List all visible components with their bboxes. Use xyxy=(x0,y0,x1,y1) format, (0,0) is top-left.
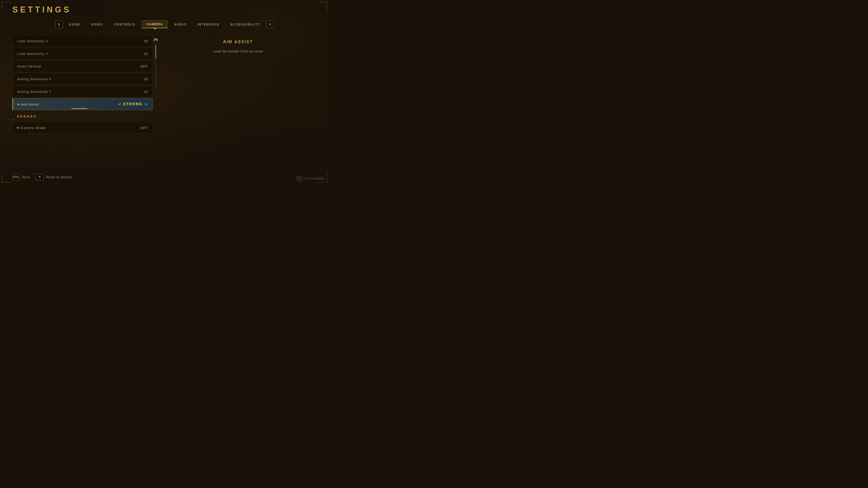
scroll-indicator: 🎮 xyxy=(153,37,158,90)
tab-audio[interactable]: AUDIO xyxy=(169,21,191,28)
next-tab-button[interactable]: E xyxy=(267,21,274,28)
back-key-badge: ESC xyxy=(12,174,20,180)
tab-camera[interactable]: CAMERA xyxy=(142,20,168,28)
setting-aim-assist[interactable]: ▶ Aim Assist ≪ STRONG ≫ xyxy=(12,98,153,110)
aim-assist-slider[interactable] xyxy=(71,108,94,109)
back-label: Back xyxy=(22,175,30,179)
setting-aiming-sensitivity-y[interactable]: Aiming Sensitivity Y 10 xyxy=(12,86,153,97)
setting-look-sensitivity-y[interactable]: Look Sensitivity Y 10 xyxy=(12,48,153,59)
nav-tabs: Q GAME VIDEO CONTROLS CAMERA AUDIO INTER… xyxy=(0,20,329,28)
scroll-thumb xyxy=(155,45,156,59)
reset-key-badge: R xyxy=(36,174,43,180)
camera-shake-arrow-icon: ▶ xyxy=(17,126,19,129)
corner-decoration-tr xyxy=(318,2,327,11)
next-value-icon[interactable]: ≫ xyxy=(145,102,148,106)
settings-page: SETTINGS Q GAME VIDEO CONTROLS CAMERA AU… xyxy=(0,0,329,184)
thegamer-icon xyxy=(296,175,303,182)
reset-button[interactable]: R Reset to Default xyxy=(36,174,72,180)
setting-aiming-sensitivity-x[interactable]: Aiming Sensitivity X 10 xyxy=(12,73,153,85)
setting-invert-vertical[interactable]: Invert Vertical OFF xyxy=(12,60,153,72)
tab-video[interactable]: VIDEO xyxy=(87,21,108,28)
back-button[interactable]: ESC Back xyxy=(12,174,30,180)
corner-decoration-bl xyxy=(2,173,11,183)
value-nav-arrows: ≪ STRONG ≫ xyxy=(118,102,148,106)
scroll-bar[interactable] xyxy=(155,45,156,90)
info-title: AIM ASSIST xyxy=(164,39,312,44)
page-title: SETTINGS xyxy=(12,5,71,14)
info-description: Lower the strength of the aim assist xyxy=(164,49,312,54)
reset-label: Reset to Default xyxy=(46,175,72,179)
prev-tab-button[interactable]: Q xyxy=(55,21,63,28)
tab-accessibility[interactable]: ACCESSIBILITY xyxy=(226,21,265,28)
settings-list: 🎮 Look Sensitivity X 10 Look Sensitivity… xyxy=(12,35,153,171)
setting-camera-shake[interactable]: ▶ Camera Shake OFF xyxy=(12,122,153,133)
row-arrow-icon: ▶ xyxy=(18,103,20,106)
main-content: 🎮 Look Sensitivity X 10 Look Sensitivity… xyxy=(12,35,317,171)
prev-value-icon[interactable]: ≪ xyxy=(118,102,121,106)
bottom-bar: ESC Back R Reset to Default xyxy=(12,174,317,180)
scroll-icon: 🎮 xyxy=(153,37,158,42)
setting-look-sensitivity-x[interactable]: Look Sensitivity X 10 xyxy=(12,35,153,47)
watermark-text: THEGAMER xyxy=(304,177,324,180)
slider-fill xyxy=(71,108,87,109)
section-line xyxy=(12,120,14,120)
tab-controls[interactable]: CONTROLS xyxy=(110,21,140,28)
tab-game[interactable]: GAME xyxy=(64,21,85,28)
info-panel: AIM ASSIST Lower the strength of the aim… xyxy=(159,35,317,171)
watermark: THEGAMER xyxy=(296,175,324,182)
tab-interface[interactable]: INTERFACE xyxy=(193,21,224,28)
corner-decoration-tl xyxy=(2,2,11,11)
section-shakes: SHAKES xyxy=(12,112,153,121)
